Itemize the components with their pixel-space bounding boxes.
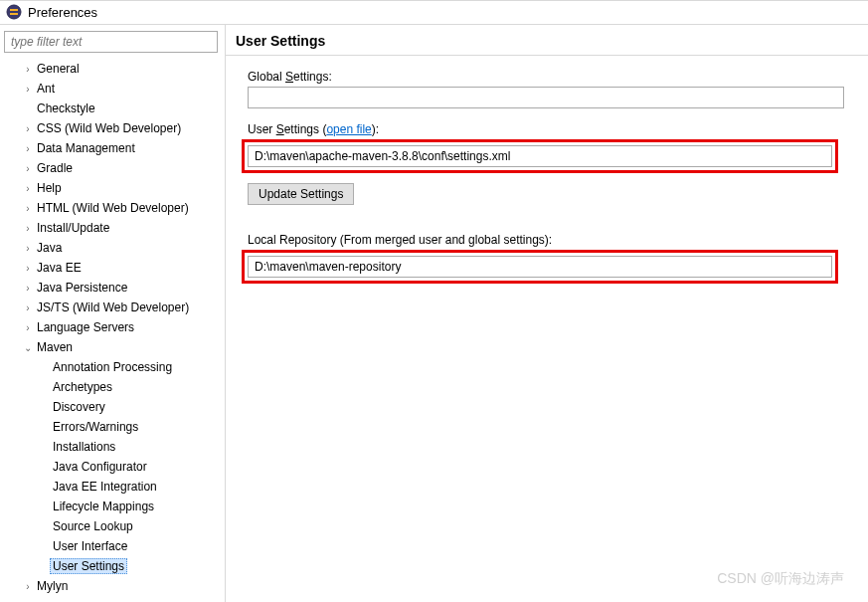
tree-item-label: JS/TS (Wild Web Developer) [34, 300, 192, 315]
chevron-right-icon[interactable]: › [22, 163, 34, 174]
tree-item-label: Gradle [34, 160, 76, 176]
tree-item-label: General [34, 61, 83, 77]
main-panel: User Settings Global Settings: User Sett… [226, 25, 868, 602]
user-settings-input[interactable] [248, 145, 832, 167]
tree-item-errors-warnings[interactable]: Errors/Warnings [4, 417, 221, 437]
tree-item-css-wild-web-developer[interactable]: ›CSS (Wild Web Developer) [4, 118, 221, 138]
global-settings-input[interactable] [248, 87, 844, 108]
tree-item-java[interactable]: ›Java [4, 238, 221, 258]
window-titlebar: Preferences [0, 1, 868, 25]
chevron-right-icon[interactable]: › [22, 243, 34, 254]
user-settings-highlight [242, 139, 838, 173]
tree-item-label: Java Persistence [34, 280, 130, 296]
page-title: User Settings [226, 25, 868, 56]
chevron-right-icon[interactable]: › [22, 263, 34, 274]
tree-item-label: Errors/Warnings [50, 419, 141, 435]
tree-item-discovery[interactable]: Discovery [4, 397, 221, 417]
chevron-right-icon[interactable]: › [22, 84, 34, 95]
tree-item-label: Checkstyle [34, 100, 98, 116]
chevron-right-icon[interactable]: › [22, 302, 34, 313]
tree-item-label: Java [34, 240, 65, 256]
tree-item-html-wild-web-developer[interactable]: ›HTML (Wild Web Developer) [4, 198, 221, 218]
chevron-right-icon[interactable]: › [22, 283, 34, 294]
tree-item-maven[interactable]: ⌄Maven [4, 337, 221, 357]
local-repository-input[interactable] [248, 256, 832, 278]
tree-item-label: Help [34, 180, 65, 196]
tree-item-label: User Settings [50, 558, 127, 574]
tree-item-source-lookup[interactable]: Source Lookup [4, 516, 221, 536]
tree-item-label: Language Servers [34, 319, 137, 335]
svg-rect-2 [10, 13, 18, 15]
tree-item-java-persistence[interactable]: ›Java Persistence [4, 278, 221, 298]
tree-item-label: Install/Update [34, 220, 112, 236]
tree-item-label: Java Configurator [50, 459, 150, 475]
chevron-right-icon[interactable]: › [22, 581, 34, 592]
tree-item-annotation-processing[interactable]: Annotation Processing [4, 357, 221, 377]
tree-item-data-management[interactable]: ›Data Management [4, 138, 221, 158]
tree-item-label: Data Management [34, 140, 138, 156]
chevron-right-icon[interactable]: › [22, 203, 34, 214]
app-icon [6, 4, 22, 20]
tree-item-language-servers[interactable]: ›Language Servers [4, 317, 221, 337]
tree-item-install-update[interactable]: ›Install/Update [4, 218, 221, 238]
user-settings-label: User Settings (open file): [248, 122, 868, 136]
tree-item-label: Java EE Integration [50, 479, 160, 495]
tree-item-label: Maven [34, 339, 76, 355]
chevron-right-icon[interactable]: › [22, 64, 34, 75]
chevron-right-icon[interactable]: › [22, 322, 34, 333]
tree-item-label: Mylyn [34, 578, 71, 594]
tree-item-label: Source Lookup [50, 518, 136, 534]
tree-item-user-interface[interactable]: User Interface [4, 536, 221, 556]
local-repository-highlight [242, 250, 838, 284]
tree-item-java-ee[interactable]: ›Java EE [4, 258, 221, 278]
tree-item-java-configurator[interactable]: Java Configurator [4, 457, 221, 477]
local-repository-label: Local Repository (From merged user and g… [248, 233, 868, 247]
tree-item-java-ee-integration[interactable]: Java EE Integration [4, 477, 221, 497]
window-title: Preferences [28, 5, 97, 20]
tree-item-label: Archetypes [50, 379, 115, 395]
svg-rect-1 [10, 9, 18, 11]
tree-item-lifecycle-mappings[interactable]: Lifecycle Mappings [4, 497, 221, 516]
tree-item-ant[interactable]: ›Ant [4, 79, 221, 99]
tree-item-label: Java EE [34, 260, 85, 276]
tree-item-label: Discovery [50, 399, 108, 415]
chevron-right-icon[interactable]: › [22, 183, 34, 194]
tree-item-mylyn[interactable]: ›Mylyn [4, 576, 221, 596]
tree-item-label: HTML (Wild Web Developer) [34, 200, 192, 216]
tree-item-label: CSS (Wild Web Developer) [34, 120, 184, 136]
chevron-right-icon[interactable]: › [22, 143, 34, 154]
filter-input[interactable] [4, 31, 218, 53]
tree-item-installations[interactable]: Installations [4, 437, 221, 457]
tree-item-gradle[interactable]: ›Gradle [4, 158, 221, 178]
open-file-link[interactable]: open file [326, 122, 371, 136]
tree-item-label: Lifecycle Mappings [50, 499, 157, 514]
chevron-right-icon[interactable]: › [22, 123, 34, 134]
svg-point-0 [7, 5, 21, 19]
preferences-tree[interactable]: ›General›AntCheckstyle›CSS (Wild Web Dev… [4, 57, 221, 598]
tree-item-user-settings[interactable]: User Settings [4, 556, 221, 576]
tree-item-label: User Interface [50, 538, 130, 554]
chevron-down-icon[interactable]: ⌄ [22, 342, 34, 353]
tree-item-label: Installations [50, 439, 118, 455]
tree-item-archetypes[interactable]: Archetypes [4, 377, 221, 397]
tree-item-general[interactable]: ›General [4, 59, 221, 79]
chevron-right-icon[interactable]: › [22, 223, 34, 234]
tree-item-help[interactable]: ›Help [4, 178, 221, 198]
tree-item-js-ts-wild-web-developer[interactable]: ›JS/TS (Wild Web Developer) [4, 298, 221, 317]
tree-item-checkstyle[interactable]: Checkstyle [4, 99, 221, 118]
tree-item-label: Ant [34, 81, 58, 97]
global-settings-label: Global Settings: [248, 70, 868, 84]
preferences-sidebar: ›General›AntCheckstyle›CSS (Wild Web Dev… [0, 25, 226, 602]
update-settings-button[interactable]: Update Settings [248, 183, 354, 205]
tree-item-label: Annotation Processing [50, 359, 175, 375]
